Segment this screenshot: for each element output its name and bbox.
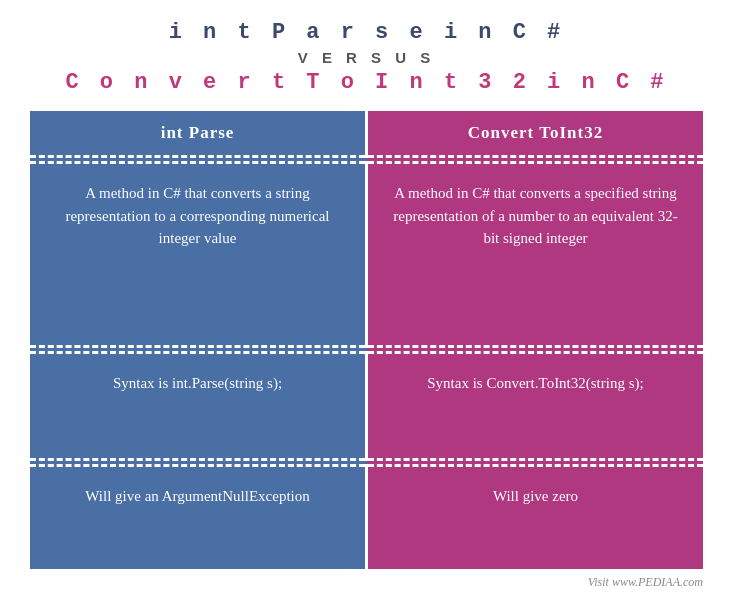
table-row: A method in C# that converts a string re…	[30, 163, 703, 347]
row3-right: Will give zero	[367, 465, 704, 569]
row1-left: A method in C# that converts a string re…	[30, 163, 367, 347]
footer-text: Visit www.PEDIAA.com	[30, 575, 703, 590]
versus-label: V E R S U S	[30, 49, 703, 66]
title-line1: i n t P a r s e i n C #	[30, 20, 703, 45]
row2-right: Syntax is Convert.ToInt32(string s);	[367, 353, 704, 459]
row2-left: Syntax is int.Parse(string s);	[30, 353, 367, 459]
col-left-header: int Parse	[30, 111, 367, 157]
title-line2: C o n v e r t T o I n t 3 2 i n C #	[30, 70, 703, 95]
row3-left: Will give an ArgumentNullException	[30, 465, 367, 569]
table-row: Will give an ArgumentNullException Will …	[30, 465, 703, 569]
comparison-table: int Parse Convert ToInt32 A method in C#…	[30, 111, 703, 569]
col-right-header: Convert ToInt32	[367, 111, 704, 157]
table-row: Syntax is int.Parse(string s); Syntax is…	[30, 353, 703, 459]
header-section: i n t P a r s e i n C # V E R S U S C o …	[30, 20, 703, 95]
row1-right: A method in C# that converts a specified…	[367, 163, 704, 347]
